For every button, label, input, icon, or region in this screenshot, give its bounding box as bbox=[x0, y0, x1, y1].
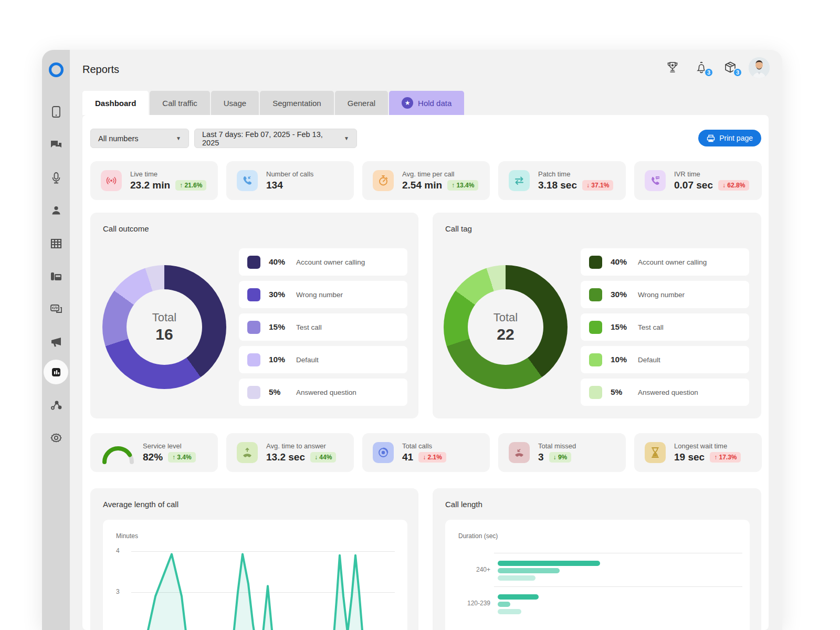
tab-dashboard[interactable]: Dashboard bbox=[82, 91, 149, 115]
numbers-select-value: All numbers bbox=[98, 134, 139, 143]
sidebar-item-code[interactable] bbox=[42, 298, 70, 321]
kpi-label: Patch time bbox=[538, 170, 613, 178]
category-label: 240+ bbox=[445, 566, 490, 573]
bar[interactable] bbox=[498, 602, 510, 607]
donut-center: Total 16 bbox=[102, 265, 226, 389]
gauge-icon bbox=[101, 441, 134, 464]
kpi-value: 3.18 sec bbox=[538, 180, 577, 191]
kpi-value: 19 sec bbox=[674, 452, 705, 463]
chevron-down-icon: ▼ bbox=[344, 135, 349, 141]
legend-swatch bbox=[589, 288, 602, 301]
sidebar-item-contacts[interactable] bbox=[42, 199, 70, 222]
legend-swatch bbox=[589, 386, 602, 399]
sidebar-item-workflow[interactable] bbox=[42, 394, 70, 417]
legend-pct: 15% bbox=[269, 322, 296, 332]
tab-segmentation[interactable]: Segmentation bbox=[260, 91, 334, 115]
print-page-label: Print page bbox=[719, 134, 753, 142]
chart-title: Call tag bbox=[445, 224, 472, 233]
kpi-delta-badge: ↑ 3.4% bbox=[168, 452, 196, 463]
legend-row: 15% Test call bbox=[581, 313, 749, 341]
legend: 40% Account owner calling 30% Wrong numb… bbox=[581, 248, 749, 406]
sidebar-item-megaphone[interactable] bbox=[42, 330, 70, 353]
kpi-delta-badge: ↓ 2.1% bbox=[418, 452, 446, 463]
kpi-label: IVR time bbox=[674, 170, 749, 178]
legend-pct: 15% bbox=[611, 322, 638, 332]
trophy-icon[interactable] bbox=[666, 60, 680, 75]
bar[interactable] bbox=[498, 594, 539, 600]
kpi-live-time: Live time 23.2 min ↑ 21.6% bbox=[90, 161, 218, 200]
bar[interactable] bbox=[498, 561, 600, 566]
legend-label: Answered question bbox=[296, 388, 356, 396]
average-length-card: Average length of call Minutes 4 3 bbox=[90, 488, 418, 630]
package-badge: 3 bbox=[733, 68, 742, 77]
legend-row: 30% Wrong number bbox=[581, 281, 749, 308]
legend-label: Default bbox=[638, 356, 660, 364]
date-range-value: Last 7 days: Feb 07, 2025 - Feb 13, 2025 bbox=[202, 130, 338, 147]
tab-usage[interactable]: Usage bbox=[211, 91, 259, 115]
gridline bbox=[494, 553, 742, 553]
kpi-total-missed: Total missed 3 ↓ 9% bbox=[498, 433, 626, 472]
legend-swatch bbox=[247, 256, 260, 269]
sidebar-item-smartphone[interactable] bbox=[42, 100, 70, 123]
sidebar-item-reports-active[interactable] bbox=[44, 360, 68, 384]
user-avatar[interactable] bbox=[749, 57, 770, 78]
legend-pct: 40% bbox=[611, 257, 638, 267]
call-length-card: Call length Duration (sec) 240+ 120-239 bbox=[433, 488, 761, 630]
tab-hold-data[interactable]: ★ Hold data bbox=[389, 91, 464, 115]
sidebar-item-microphone[interactable] bbox=[42, 166, 70, 190]
kpi-label: Avg. time to answer bbox=[266, 442, 336, 450]
tab-call-traffic[interactable]: Call traffic bbox=[150, 91, 209, 115]
kpi-delta-badge: ↑ 13.4% bbox=[447, 180, 478, 191]
broadcast-icon bbox=[101, 170, 122, 191]
sidebar bbox=[42, 50, 70, 630]
kpi-value: 3 bbox=[538, 452, 544, 463]
bar[interactable] bbox=[498, 609, 521, 614]
legend-swatch bbox=[247, 288, 260, 301]
kpi-number-of-calls: Number of calls 134 bbox=[226, 161, 354, 200]
dashboard-panel: All numbers ▼ Last 7 days: Feb 07, 2025 … bbox=[82, 115, 769, 630]
legend-label: Answered question bbox=[638, 388, 698, 396]
area-line-series[interactable] bbox=[103, 520, 407, 630]
kpi-value: 134 bbox=[266, 180, 283, 191]
legend-row: 5% Answered question bbox=[581, 379, 749, 406]
legend-row: 10% Default bbox=[581, 346, 749, 373]
legend-label: Test call bbox=[638, 323, 664, 331]
stopwatch-icon bbox=[373, 170, 394, 191]
page-title: Reports bbox=[82, 64, 119, 76]
package-icon[interactable]: 3 bbox=[723, 60, 738, 75]
donut-total-value: 22 bbox=[497, 326, 514, 343]
legend-row: 40% Account owner calling bbox=[581, 248, 749, 276]
sidebar-item-keypad[interactable] bbox=[42, 232, 70, 255]
legend-swatch bbox=[589, 321, 602, 334]
sidebar-item-settings[interactable] bbox=[42, 427, 70, 450]
legend-label: Default bbox=[296, 356, 319, 364]
sidebar-item-deskphone[interactable] bbox=[42, 265, 70, 288]
kpi-delta-badge: ↓ 62.8% bbox=[718, 180, 749, 191]
call-tag-card: Call tag Total 22 40% Account owner call… bbox=[433, 213, 761, 418]
bar[interactable] bbox=[498, 575, 536, 581]
legend-row: 40% Account owner calling bbox=[239, 248, 407, 276]
kpi-label: Total calls bbox=[402, 442, 446, 450]
kpi-label: Longest wait time bbox=[674, 442, 741, 450]
donut-total-value: 16 bbox=[155, 326, 173, 343]
legend-label: Wrong number bbox=[638, 291, 685, 299]
tab-general[interactable]: General bbox=[335, 91, 388, 115]
bar[interactable] bbox=[498, 568, 560, 573]
legend-pct: 5% bbox=[611, 387, 638, 397]
phone-answer-icon bbox=[237, 442, 258, 463]
category-label: 120-239 bbox=[445, 600, 490, 607]
tab-label: Hold data bbox=[418, 99, 452, 108]
tab-label: Call traffic bbox=[162, 99, 197, 108]
print-page-button[interactable]: Print page bbox=[698, 130, 761, 146]
legend-pct: 30% bbox=[611, 290, 638, 299]
bell-icon[interactable]: 3 bbox=[695, 60, 709, 75]
kpi-delta-badge: ↓ 9% bbox=[549, 452, 572, 463]
kpi-value: 41 bbox=[402, 452, 413, 463]
sidebar-item-chat[interactable] bbox=[42, 133, 70, 156]
legend-label: Account owner calling bbox=[296, 258, 365, 266]
numbers-select[interactable]: All numbers ▼ bbox=[90, 129, 189, 148]
kpi-delta-badge: ↑ 17.3% bbox=[710, 452, 741, 463]
legend-swatch bbox=[247, 321, 260, 334]
date-range-select[interactable]: Last 7 days: Feb 07, 2025 - Feb 13, 2025… bbox=[194, 129, 357, 148]
bar-chart-panel: Duration (sec) 240+ 120-239 bbox=[445, 520, 750, 630]
